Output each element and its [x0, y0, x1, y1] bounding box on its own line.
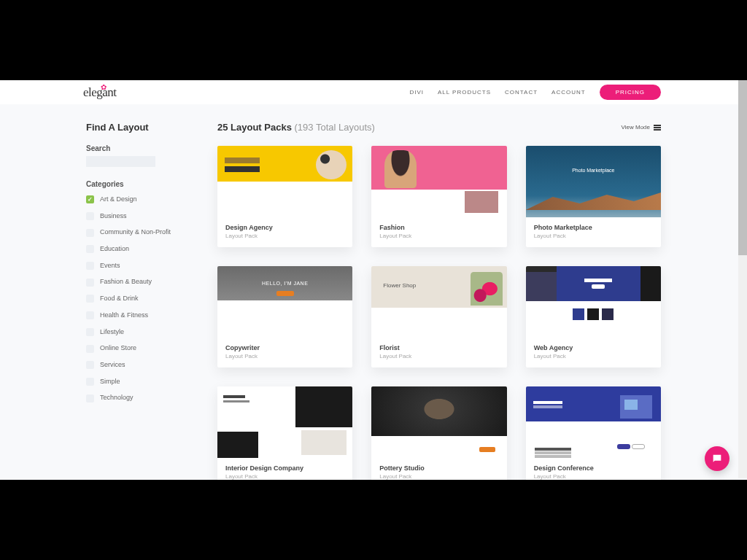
checkbox-icon — [86, 295, 94, 303]
category-food-drink[interactable]: Food & Drink — [86, 295, 182, 303]
sidebar-title: Find A Layout — [86, 122, 182, 133]
category-lifestyle[interactable]: Lifestyle — [86, 328, 182, 337]
checkbox-icon — [86, 361, 94, 369]
layout-info: Copywriter Layout Pack — [217, 338, 352, 368]
nav-divi[interactable]: DIVI — [409, 89, 424, 96]
layout-info: Pottery Studio Layout Pack — [371, 458, 506, 480]
layout-title: Copywriter — [225, 344, 344, 351]
layout-thumbnail: Photo Marketplace — [526, 146, 661, 217]
layout-card-web-agency[interactable]: Web Agency Layout Pack — [526, 266, 661, 368]
category-simple[interactable]: Simple — [86, 378, 182, 386]
layout-info: Web Agency Layout Pack — [526, 338, 661, 368]
layout-info: Design Agency Layout Pack — [217, 217, 352, 247]
search-input[interactable] — [86, 156, 155, 167]
category-services[interactable]: Services — [86, 361, 182, 370]
search-label: Search — [86, 144, 182, 152]
layout-info: Design Conference Layout Pack — [526, 458, 661, 480]
layout-card-copywriter[interactable]: HELLO, I'M JANE Copywriter Layout Pack — [217, 266, 352, 368]
category-fashion-beauty[interactable]: Fashion & Beauty — [86, 278, 182, 287]
chat-widget-button[interactable] — [705, 446, 729, 471]
category-education[interactable]: Education — [86, 245, 182, 254]
layout-info: Florist Layout Pack — [371, 338, 506, 368]
main: 25 Layout Packs (193 Total Layouts) View… — [217, 122, 661, 480]
layout-subtitle: Layout Pack — [379, 233, 498, 239]
nav-account[interactable]: ACCOUNT — [551, 89, 586, 96]
nav-all-products[interactable]: ALL PRODUCTS — [438, 89, 491, 96]
layout-thumbnail — [217, 386, 352, 458]
letterbox-bottom — [0, 480, 747, 560]
category-health-fitness[interactable]: Health & Fitness — [86, 311, 182, 320]
layout-title: Interior Design Company — [225, 464, 344, 472]
layout-thumbnail — [371, 146, 506, 217]
layout-info: Fashion Layout Pack — [371, 217, 506, 247]
category-art-design[interactable]: ✓Art & Design — [86, 195, 182, 204]
chat-icon — [711, 453, 723, 464]
layout-title: Pottery Studio — [379, 464, 498, 472]
layout-title: Design Agency — [225, 224, 344, 231]
sidebar: Find A Layout Search Categories ✓Art & D… — [86, 122, 182, 480]
categories-label: Categories — [86, 180, 182, 188]
scrollbar[interactable] — [738, 80, 747, 478]
checkbox-icon — [86, 212, 94, 220]
layout-subtitle: Layout Pack — [225, 233, 344, 239]
layout-subtitle: Layout Pack — [534, 233, 653, 239]
checkbox-icon — [86, 378, 94, 386]
layout-card-pottery-studio[interactable]: Pottery Studio Layout Pack — [371, 386, 506, 480]
view-mode-toggle[interactable]: View Mode — [622, 124, 661, 131]
category-online-store[interactable]: Online Store — [86, 344, 182, 353]
layout-card-florist[interactable]: Flower Shop Florist Layout Pack — [371, 266, 506, 368]
main-nav: DIVI ALL PRODUCTS CONTACT ACCOUNT PRICIN… — [409, 85, 661, 100]
category-events[interactable]: Events — [86, 262, 182, 271]
layout-thumbnail — [526, 386, 661, 458]
check-icon: ✓ — [86, 195, 94, 203]
brand-logo[interactable]: elegant✿ — [83, 85, 117, 100]
layout-title: Fashion — [379, 224, 498, 231]
layout-thumbnail: HELLO, I'M JANE — [217, 266, 352, 338]
layout-subtitle: Layout Pack — [534, 353, 653, 359]
checkbox-icon — [86, 229, 94, 237]
checkbox-icon — [86, 245, 94, 253]
header: elegant✿ DIVI ALL PRODUCTS CONTACT ACCOU… — [0, 80, 747, 104]
category-business[interactable]: Business — [86, 212, 182, 221]
layout-subtitle: Layout Pack — [379, 353, 498, 359]
main-header: 25 Layout Packs (193 Total Layouts) View… — [217, 122, 661, 133]
layout-thumbnail: Flower Shop — [371, 266, 506, 338]
checkbox-icon — [86, 262, 94, 270]
layout-title: Florist — [379, 344, 498, 351]
layout-thumbnail — [217, 146, 352, 217]
checkbox-icon — [86, 328, 94, 336]
checkbox-icon — [86, 311, 94, 319]
category-technology[interactable]: Technology — [86, 394, 182, 402]
layout-title: Design Conference — [534, 464, 653, 472]
layout-card-design-agency[interactable]: Design Agency Layout Pack — [217, 146, 352, 247]
nav-contact[interactable]: CONTACT — [505, 89, 538, 96]
results-title: 25 Layout Packs (193 Total Layouts) — [217, 122, 375, 133]
layout-subtitle: Layout Pack — [225, 473, 344, 480]
layout-card-fashion[interactable]: Fashion Layout Pack — [371, 146, 506, 247]
layout-info: Photo Marketplace Layout Pack — [526, 217, 661, 247]
pricing-button[interactable]: PRICING — [600, 85, 661, 100]
layout-thumbnail — [526, 266, 661, 338]
layout-card-photo-marketplace[interactable]: Photo Marketplace Photo Marketplace Layo… — [526, 146, 661, 247]
layout-info: Interior Design Company Layout Pack — [217, 458, 352, 480]
layout-grid: Design Agency Layout Pack Fashion Layout… — [217, 146, 661, 480]
letterbox-top — [0, 0, 747, 80]
checkbox-icon — [86, 394, 94, 402]
layout-card-design-conference[interactable]: Design Conference Layout Pack — [526, 386, 661, 480]
category-community[interactable]: Community & Non-Profit — [86, 228, 182, 237]
layout-subtitle: Layout Pack — [225, 353, 344, 359]
brand-name: elegant — [83, 85, 117, 99]
layout-subtitle: Layout Pack — [379, 473, 498, 480]
category-list: ✓Art & Design Business Community & Non-P… — [86, 195, 182, 402]
scrollbar-thumb[interactable] — [738, 80, 747, 255]
layout-card-interior-design[interactable]: Interior Design Company Layout Pack — [217, 386, 352, 480]
layout-thumbnail — [371, 386, 506, 458]
checkbox-icon — [86, 279, 94, 287]
list-view-icon — [654, 125, 661, 131]
content: Find A Layout Search Categories ✓Art & D… — [0, 104, 747, 480]
checkbox-icon — [86, 345, 94, 353]
layout-subtitle: Layout Pack — [534, 473, 653, 480]
brand-dot-icon: ✿ — [101, 83, 107, 91]
layout-title: Web Agency — [534, 344, 653, 351]
layout-title: Photo Marketplace — [534, 224, 653, 231]
